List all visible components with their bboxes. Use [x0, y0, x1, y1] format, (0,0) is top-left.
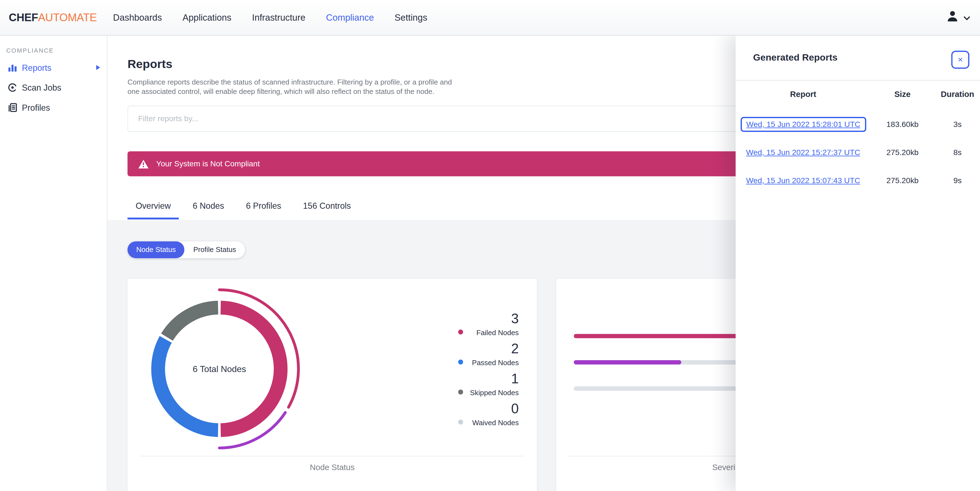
sidebar-item-profiles[interactable]: Profiles: [0, 98, 108, 117]
node-status-card: 6 Total Nodes 3 Failed Nodes 2 Passed No…: [127, 279, 537, 491]
nav-item-applications[interactable]: Applications: [183, 13, 232, 22]
legend-entry-passed: 2 Passed Nodes: [456, 341, 519, 371]
column-header-duration: Duration: [937, 89, 978, 99]
legend-entry-waived: 0 Waived Nodes: [456, 401, 519, 431]
report-duration: 8s: [937, 148, 978, 157]
report-link[interactable]: Wed, 15 Jun 2022 15:28:01 UTC: [746, 120, 860, 129]
brand-logo[interactable]: CHEFAUTOMATE: [9, 11, 97, 24]
close-icon: ×: [958, 54, 963, 64]
brand-automate: AUTOMATE: [38, 11, 97, 23]
main-content: Reports Compliance reports describe the …: [108, 35, 980, 491]
skipped-dot-icon: [458, 389, 463, 394]
nav-item-compliance[interactable]: Compliance: [326, 13, 374, 22]
page-title: Reports: [127, 57, 172, 71]
report-link[interactable]: Wed, 15 Jun 2022 15:27:37 UTC: [746, 148, 860, 157]
chevron-down-icon: [964, 12, 970, 23]
chef-automate-app: CHEFAUTOMATE Dashboards Applications Inf…: [0, 0, 980, 491]
user-menu-button[interactable]: [946, 10, 970, 26]
tab-nodes[interactable]: 6 Nodes: [185, 194, 232, 220]
report-duration: 9s: [937, 176, 978, 185]
report-link[interactable]: Wed, 15 Jun 2022 15:07:43 UTC: [746, 176, 860, 185]
sidebar-item-label: Profiles: [22, 103, 50, 112]
nav-item-settings[interactable]: Settings: [395, 13, 427, 22]
documents-stack-icon: [8, 102, 18, 112]
reports-table-header: Report Size Duration: [735, 89, 980, 104]
panel-divider: [735, 80, 980, 81]
top-nav: CHEFAUTOMATE Dashboards Applications Inf…: [0, 0, 980, 35]
status-toggle: Node Status Profile Status: [127, 241, 245, 258]
report-size: 275.20kb: [868, 148, 937, 157]
card-footer-divider: [140, 456, 524, 456]
sidebar-item-reports[interactable]: Reports: [0, 58, 108, 77]
page-description: Compliance reports describe the status o…: [127, 77, 540, 96]
submenu-arrow-icon: [96, 65, 100, 70]
table-row: Wed, 15 Jun 2022 15:28:01 UTC 183.60kb 3…: [735, 110, 980, 139]
sidebar: COMPLIANCE Reports Scan Jobs Profiles: [0, 35, 108, 491]
sidebar-item-label: Reports: [22, 63, 51, 72]
scan-target-icon: [8, 83, 18, 92]
failed-count: 3: [456, 311, 519, 327]
sidebar-item-scan-jobs[interactable]: Scan Jobs: [0, 78, 108, 97]
sidebar-item-label: Scan Jobs: [22, 83, 61, 92]
waived-dot-icon: [458, 419, 463, 424]
legend-label: Skipped Nodes: [470, 389, 519, 396]
table-row: Wed, 15 Jun 2022 15:07:43 UTC 275.20kb 9…: [735, 167, 980, 195]
table-row: Wed, 15 Jun 2022 15:27:37 UTC 275.20kb 8…: [735, 139, 980, 167]
legend-label: Waived Nodes: [473, 419, 519, 426]
passed-count: 2: [456, 341, 519, 357]
nav-item-dashboards[interactable]: Dashboards: [113, 13, 162, 22]
tab-profiles[interactable]: 6 Profiles: [238, 194, 289, 220]
legend-entry-failed: 3 Failed Nodes: [456, 311, 519, 341]
warning-triangle-icon: [138, 159, 149, 169]
close-panel-button[interactable]: ×: [951, 51, 970, 69]
user-icon: [946, 10, 959, 26]
nav-menu: Dashboards Applications Infrastructure C…: [113, 13, 428, 22]
generated-reports-panel: Generated Reports × Report Size Duration…: [735, 35, 980, 491]
waived-count: 0: [456, 401, 519, 417]
profile-status-toggle-button[interactable]: Profile Status: [185, 241, 245, 258]
node-status-card-footer: Node Status: [127, 462, 537, 472]
focused-report-link-box: Wed, 15 Jun 2022 15:28:01 UTC: [740, 117, 866, 132]
column-header-report: Report: [740, 89, 865, 99]
skipped-count: 1: [456, 371, 519, 387]
panel-title: Generated Reports: [753, 52, 838, 62]
sidebar-section-label: COMPLIANCE: [6, 47, 54, 54]
nav-item-infrastructure[interactable]: Infrastructure: [252, 13, 305, 22]
node-status-toggle-button[interactable]: Node Status: [127, 241, 185, 258]
legend-label: Failed Nodes: [477, 329, 519, 336]
report-size: 183.60kb: [868, 120, 937, 129]
report-tabs: Overview 6 Nodes 6 Profiles 156 Controls: [127, 194, 359, 220]
report-duration: 3s: [937, 120, 978, 129]
donut-legend: 3 Failed Nodes 2 Passed Nodes 1 Skipped …: [456, 311, 519, 431]
legend-label: Passed Nodes: [472, 359, 519, 366]
tab-controls[interactable]: 156 Controls: [295, 194, 359, 220]
legend-entry-skipped: 1 Skipped Nodes: [456, 371, 519, 401]
node-status-donut-chart: [138, 287, 301, 450]
brand-chef: CHEF: [9, 11, 38, 23]
alert-message: Your System is Not Compliant: [156, 159, 260, 168]
report-size: 275.20kb: [868, 176, 937, 185]
column-header-size: Size: [868, 89, 937, 99]
tab-overview[interactable]: Overview: [127, 194, 179, 220]
bar-chart-icon: [8, 62, 18, 72]
failed-dot-icon: [458, 330, 463, 335]
passed-dot-icon: [458, 359, 463, 364]
